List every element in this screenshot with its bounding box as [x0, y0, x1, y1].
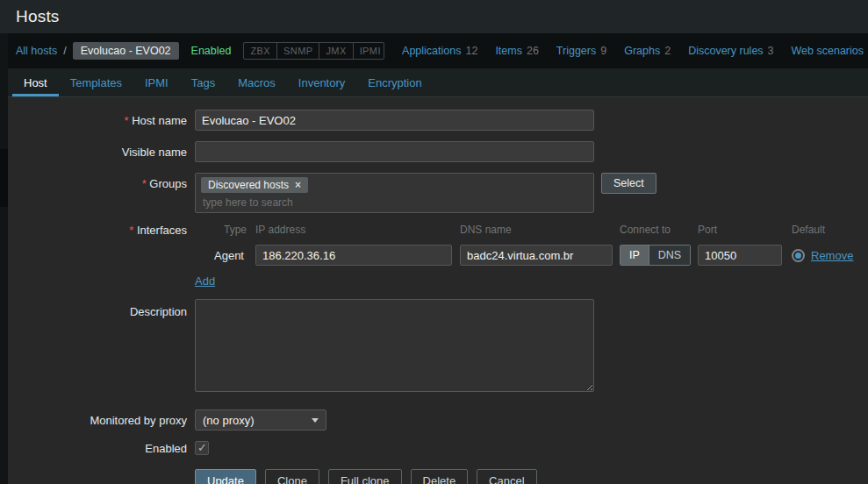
ipmi-badge: IPMI	[353, 43, 384, 59]
cancel-button[interactable]: Cancel	[477, 469, 536, 484]
groups-label: Groups	[0, 173, 187, 190]
tab-tags[interactable]: Tags	[180, 68, 226, 96]
visible-name-label: Visible name	[0, 146, 187, 159]
connect-dns-option[interactable]: DNS	[649, 246, 690, 265]
tab-inventory[interactable]: Inventory	[287, 68, 356, 96]
type-column-header: Type	[195, 224, 255, 236]
applications-link[interactable]: Applications 12	[402, 45, 477, 57]
page-header: Hosts	[0, 0, 868, 33]
discovery-rules-link[interactable]: Discovery rules 3	[688, 45, 773, 57]
groups-row: Groups Discovered hosts × type here to s…	[0, 173, 868, 213]
items-count: 26	[527, 45, 539, 57]
add-interface-link[interactable]: Add	[195, 274, 215, 288]
interface-dns-input[interactable]	[460, 245, 613, 266]
groups-multiselect[interactable]: Discovered hosts × type here to search	[195, 173, 594, 213]
tab-templates[interactable]: Templates	[59, 68, 133, 96]
chevron-down-icon	[312, 418, 319, 423]
form-actions: Update Clone Full clone Delete Cancel	[195, 469, 868, 484]
items-link[interactable]: Items 26	[495, 45, 538, 57]
interfaces-block: Type IP address DNS name Connect to Port…	[195, 224, 853, 288]
applications-label: Applications	[402, 45, 461, 57]
visible-name-row: Visible name	[0, 141, 868, 162]
graphs-label: Graphs	[624, 45, 660, 57]
interface-row-agent: Agent IP DNS Remove	[195, 245, 853, 266]
triggers-count: 9	[600, 45, 606, 57]
breadcrumb-all-hosts-link[interactable]: All hosts	[16, 45, 57, 57]
proxy-selected-value: (no proxy)	[203, 414, 255, 427]
connect-ip-option[interactable]: IP	[621, 246, 649, 265]
groups-search-placeholder: type here to search	[201, 196, 588, 209]
jmx-badge: JMX	[319, 43, 352, 59]
description-row: Description	[0, 299, 868, 395]
tab-host[interactable]: Host	[12, 68, 59, 96]
discovery-rules-count: 3	[768, 45, 774, 57]
host-name-row: Host name	[0, 110, 868, 131]
group-chip-label: Discovered hosts	[208, 179, 289, 191]
zabbix-host-config-screen: Hosts All hosts / Evolucao - EVO02 Enabl…	[0, 0, 868, 484]
tab-macros[interactable]: Macros	[226, 68, 287, 96]
description-textarea[interactable]	[195, 299, 594, 392]
applications-count: 12	[465, 45, 477, 57]
host-name-label: Host name	[0, 114, 187, 127]
proxy-label: Monitored by proxy	[0, 414, 187, 427]
triggers-label: Triggers	[556, 45, 596, 57]
default-interface-radio[interactable]	[792, 249, 805, 262]
web-scenarios-link[interactable]: Web scenarios	[792, 45, 868, 57]
graphs-count: 2	[664, 45, 671, 57]
dns-column-header: DNS name	[460, 224, 620, 236]
agent-availability-badges: ZBX SNMP JMX IPMI	[243, 42, 384, 60]
chip-remove-icon[interactable]: ×	[295, 180, 301, 190]
sidebar-toggle-notch[interactable]	[0, 149, 8, 207]
group-chip[interactable]: Discovered hosts ×	[201, 177, 308, 193]
tab-ipmi[interactable]: IPMI	[133, 68, 180, 96]
breadcrumb: All hosts / Evolucao - EVO02 Enabled ZBX…	[0, 33, 868, 68]
web-scenarios-label: Web scenarios	[792, 45, 864, 57]
port-column-header: Port	[698, 224, 792, 236]
connect-to-column-header: Connect to	[620, 224, 698, 236]
connect-to-toggle: IP DNS	[620, 245, 691, 266]
enabled-checkbox[interactable]	[195, 441, 209, 455]
update-button[interactable]: Update	[195, 469, 256, 484]
items-label: Items	[495, 45, 522, 57]
host-form: Host name Visible name Groups Discovered…	[0, 97, 868, 484]
interfaces-row: Interfaces Type IP address DNS name Conn…	[0, 224, 868, 288]
graphs-link[interactable]: Graphs 2	[624, 45, 671, 57]
interfaces-label: Interfaces	[0, 224, 187, 237]
host-name-input[interactable]	[195, 110, 594, 131]
ip-column-header: IP address	[255, 224, 460, 236]
remove-interface-link[interactable]: Remove	[811, 249, 853, 262]
interface-port-input[interactable]	[698, 245, 782, 266]
visible-name-input[interactable]	[195, 141, 594, 162]
enabled-label: Enabled	[0, 442, 187, 455]
enabled-row: Enabled	[0, 441, 868, 455]
host-status-badge[interactable]: Enabled	[191, 45, 232, 57]
triggers-link[interactable]: Triggers 9	[556, 45, 606, 57]
discovery-rules-label: Discovery rules	[688, 45, 763, 57]
delete-button[interactable]: Delete	[411, 469, 469, 484]
interfaces-header: Type IP address DNS name Connect to Port…	[195, 224, 853, 236]
description-label: Description	[0, 299, 187, 318]
collapsed-sidebar-edge[interactable]	[0, 33, 8, 484]
interface-ip-input[interactable]	[255, 245, 452, 266]
proxy-row: Monitored by proxy (no proxy)	[0, 409, 868, 431]
default-column-header: Default	[792, 224, 853, 236]
proxy-select[interactable]: (no proxy)	[195, 409, 326, 431]
breadcrumb-host-name: Evolucao - EVO02	[73, 42, 179, 60]
tab-bar: Host Templates IPMI Tags Macros Inventor…	[0, 68, 868, 97]
groups-select-button[interactable]: Select	[601, 173, 656, 194]
tab-encryption[interactable]: Encryption	[356, 68, 433, 96]
page-title: Hosts	[16, 7, 60, 26]
full-clone-button[interactable]: Full clone	[328, 469, 402, 484]
zbx-badge: ZBX	[244, 43, 276, 59]
interface-type-label: Agent	[195, 249, 255, 262]
clone-button[interactable]: Clone	[265, 469, 319, 484]
breadcrumb-separator: /	[63, 45, 66, 57]
snmp-badge: SNMP	[276, 43, 319, 59]
